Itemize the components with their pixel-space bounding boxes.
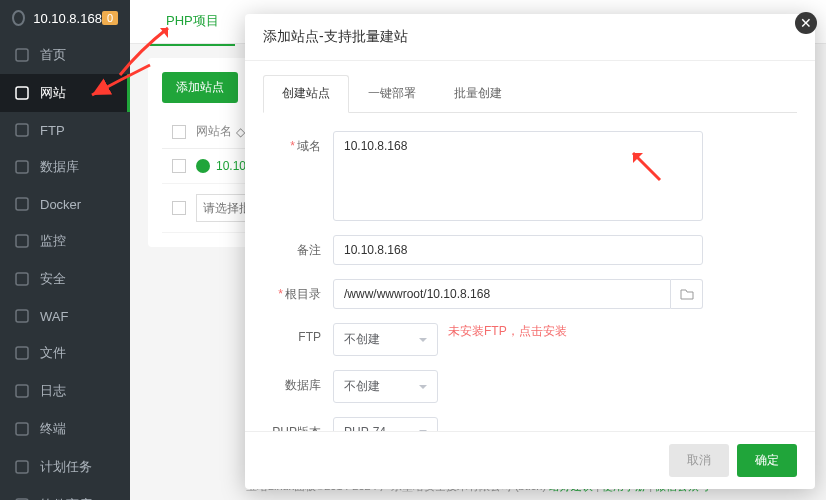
chevron-down-icon	[419, 338, 427, 346]
root-label: 根目录	[285, 287, 321, 301]
modal-title: 添加站点-支持批量建站	[245, 14, 815, 61]
confirm-button[interactable]: 确定	[737, 444, 797, 477]
modal-tabs: 创建站点 一键部署 批量创建	[263, 75, 797, 113]
ftp-install-link[interactable]: 未安装FTP，点击安装	[448, 323, 567, 340]
db-select[interactable]: 不创建	[333, 370, 438, 403]
cancel-button[interactable]: 取消	[669, 444, 729, 477]
chevron-down-icon	[419, 385, 427, 393]
remark-input[interactable]	[333, 235, 703, 265]
db-label: 数据库	[285, 378, 321, 392]
domain-label: 域名	[297, 139, 321, 153]
modal-footer: 取消 确定	[245, 431, 815, 489]
chevron-down-icon	[419, 430, 427, 431]
ftp-select[interactable]: 不创建	[333, 323, 438, 356]
ftp-label: FTP	[298, 330, 321, 344]
close-icon[interactable]: ✕	[795, 12, 817, 34]
browse-folder-button[interactable]	[671, 279, 703, 309]
remark-label: 备注	[297, 243, 321, 257]
modal-tab-batch[interactable]: 批量创建	[435, 75, 521, 112]
modal-tab-deploy[interactable]: 一键部署	[349, 75, 435, 112]
add-site-modal: ✕ 添加站点-支持批量建站 创建站点 一键部署 批量创建 *域名 备注 *根目录	[245, 14, 815, 489]
folder-icon	[680, 288, 694, 300]
php-select[interactable]: PHP-74	[333, 417, 438, 431]
domain-input[interactable]	[333, 131, 703, 221]
modal-tab-create[interactable]: 创建站点	[263, 75, 349, 113]
root-input[interactable]	[333, 279, 671, 309]
